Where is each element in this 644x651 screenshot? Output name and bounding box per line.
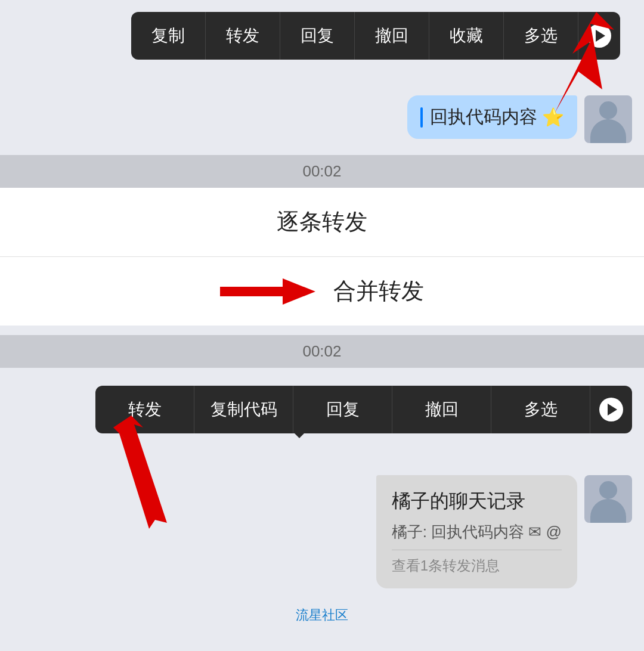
forwarded-preview: 橘子: 回执代码内容 ✉ @ xyxy=(392,522,562,542)
menu-reply[interactable]: 回复 xyxy=(280,12,355,60)
forward-section: 逐条转发 合并转发 xyxy=(0,188,644,326)
red-arrow-annotation-bottom xyxy=(72,416,179,537)
preview-icons: ✉ @ xyxy=(528,523,562,541)
bottom-chat-area: 橘子的聊天记录 橘子: 回执代码内容 ✉ @ 查看1条转发消息 xyxy=(0,433,644,600)
menu-bottom-revoke[interactable]: 撤回 xyxy=(392,386,491,433)
menu-bottom-multiselect[interactable]: 多选 xyxy=(491,386,590,433)
more-button-bottom[interactable] xyxy=(599,398,623,421)
menu-revoke[interactable]: 撤回 xyxy=(355,12,429,60)
section-divider xyxy=(0,326,644,335)
menu-bottom-more[interactable] xyxy=(590,386,632,433)
forwarded-footer: 查看1条转发消息 xyxy=(392,556,562,575)
time-separator-bottom: 00:02 xyxy=(0,335,644,368)
text-cursor xyxy=(420,107,423,128)
bubble-divider xyxy=(392,550,562,550)
forwarded-title: 橘子的聊天记录 xyxy=(392,488,562,514)
menu-bottom-copy-code[interactable]: 复制代码 xyxy=(194,386,293,433)
forward-option-sequential[interactable]: 逐条转发 xyxy=(0,188,644,257)
forwarded-message-bubble[interactable]: 橘子的聊天记录 橘子: 回执代码内容 ✉ @ 查看1条转发消息 xyxy=(376,475,577,588)
menu-forward[interactable]: 转发 xyxy=(206,12,280,60)
play-icon-bottom xyxy=(608,404,617,416)
time-label-top: 00:02 xyxy=(302,162,341,180)
bottom-section: 00:02 转发 复制代码 回复 撤回 多选 橘子的聊天记录 xyxy=(0,335,644,648)
preview-author: 橘子: xyxy=(392,523,431,541)
sequential-forward-label: 逐条转发 xyxy=(277,207,367,237)
svg-marker-4 xyxy=(113,416,167,529)
svg-marker-1 xyxy=(555,12,614,113)
menu-bottom-reply[interactable]: 回复 xyxy=(293,386,392,433)
red-arrow-annotation-top xyxy=(519,6,638,128)
forward-option-merge[interactable]: 合并转发 xyxy=(0,257,644,326)
menu-copy[interactable]: 复制 xyxy=(131,12,206,60)
top-section: 复制 转发 回复 撤回 收藏 多选 回执代码内容 ⭐ xyxy=(0,0,644,155)
watermark: 流星社区 xyxy=(0,600,644,630)
merge-forward-label: 合并转发 xyxy=(333,276,424,306)
menu-favorite[interactable]: 收藏 xyxy=(429,12,504,60)
svg-rect-2 xyxy=(220,287,286,296)
watermark-text: 流星社区 xyxy=(296,607,348,622)
avatar-bottom xyxy=(584,475,632,523)
time-label-bottom: 00:02 xyxy=(302,342,341,360)
red-arrow-right xyxy=(220,278,321,305)
svg-marker-3 xyxy=(283,278,315,305)
time-separator-top: 00:02 xyxy=(0,155,644,188)
preview-text: 回执代码内容 xyxy=(431,523,524,541)
